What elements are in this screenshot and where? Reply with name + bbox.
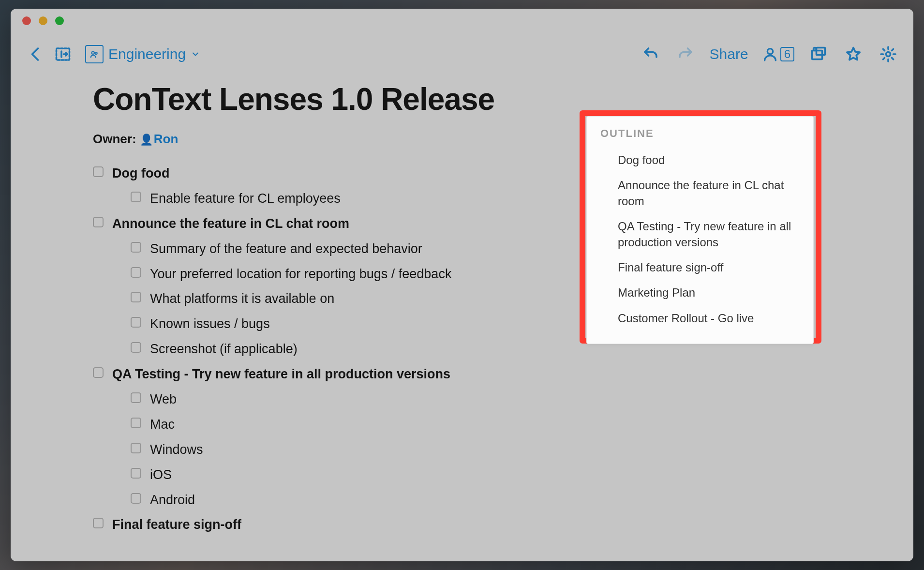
checklist-item[interactable]: Mac xyxy=(93,412,884,437)
checklist-item-text[interactable]: Mac xyxy=(150,414,884,436)
outline-item[interactable]: QA Testing - Try new feature in all prod… xyxy=(600,214,800,255)
svg-point-3 xyxy=(767,49,773,54)
checkbox[interactable] xyxy=(131,267,141,278)
back-button[interactable] xyxy=(25,44,46,65)
zoom-window-button[interactable] xyxy=(55,16,64,25)
checklist-item-text[interactable]: Windows xyxy=(150,439,884,461)
outline-item[interactable]: Dog food xyxy=(600,148,800,173)
outline-item[interactable]: Final feature sign-off xyxy=(600,255,800,280)
checklist-item[interactable]: Windows xyxy=(93,437,884,463)
person-icon xyxy=(762,46,778,62)
owner-label: Owner: xyxy=(93,132,136,146)
outline-item[interactable]: Announce the feature in CL chat room xyxy=(600,173,800,214)
checkbox[interactable] xyxy=(93,367,104,378)
outline-item[interactable]: Marketing Plan xyxy=(600,280,800,305)
outline-title: OUTLINE xyxy=(600,127,800,140)
favorite-button[interactable] xyxy=(843,44,864,65)
app-window: Engineering Share 6 xyxy=(11,9,913,561)
undo-button[interactable] xyxy=(640,44,661,65)
checkbox[interactable] xyxy=(131,292,141,302)
checklist-heading-text[interactable]: QA Testing - Try new feature in all prod… xyxy=(112,363,884,386)
checkbox[interactable] xyxy=(131,418,141,428)
svg-point-6 xyxy=(814,48,817,51)
chevron-down-icon xyxy=(191,49,200,59)
checkbox[interactable] xyxy=(131,342,141,353)
checkbox[interactable] xyxy=(131,192,141,202)
owner-mention[interactable]: Ron xyxy=(140,132,179,146)
checklist-item[interactable]: Web xyxy=(93,387,884,412)
breadcrumb-label: Engineering xyxy=(108,46,186,62)
svg-point-1 xyxy=(92,52,95,55)
minimize-window-button[interactable] xyxy=(39,16,47,25)
checkbox[interactable] xyxy=(131,493,141,504)
close-window-button[interactable] xyxy=(22,16,31,25)
checkbox[interactable] xyxy=(131,317,141,328)
checklist-heading[interactable]: QA Testing - Try new feature in all prod… xyxy=(93,362,884,387)
breadcrumb[interactable]: Engineering xyxy=(85,45,200,63)
checklist-item-text[interactable]: Android xyxy=(150,489,884,511)
checkbox[interactable] xyxy=(93,518,104,528)
checklist-heading-text[interactable]: Final feature sign-off xyxy=(112,514,884,536)
page-title[interactable]: ConText Lenses 1.0 Release xyxy=(93,81,884,117)
settings-button[interactable] xyxy=(878,44,899,65)
toolbar: Engineering Share 6 xyxy=(11,40,913,69)
svg-point-2 xyxy=(95,52,97,54)
checkbox[interactable] xyxy=(131,468,141,479)
followers-count: 6 xyxy=(780,47,794,61)
checkbox[interactable] xyxy=(131,392,141,403)
checklist-item-text[interactable]: iOS xyxy=(150,464,884,486)
svg-point-7 xyxy=(886,52,891,57)
folder-people-icon xyxy=(85,45,104,63)
checkbox[interactable] xyxy=(131,242,141,253)
outline-item[interactable]: Customer Rollout - Go live xyxy=(600,306,800,331)
checklist-item[interactable]: iOS xyxy=(93,463,884,488)
toggle-sidebar-button[interactable] xyxy=(52,44,74,65)
checkbox[interactable] xyxy=(93,166,104,177)
share-button[interactable]: Share xyxy=(710,46,748,62)
checklist-heading[interactable]: Final feature sign-off xyxy=(93,512,884,538)
checkbox[interactable] xyxy=(93,217,104,227)
followers-button[interactable]: 6 xyxy=(762,46,794,62)
outline-panel[interactable]: OUTLINE Dog foodAnnounce the feature in … xyxy=(586,116,814,344)
checkbox[interactable] xyxy=(131,443,141,453)
traffic-lights xyxy=(22,16,64,25)
checklist-item-text[interactable]: Web xyxy=(150,389,884,411)
checklist-item[interactable]: Android xyxy=(93,488,884,513)
presentation-button[interactable] xyxy=(808,44,829,65)
redo-button[interactable] xyxy=(675,44,696,65)
